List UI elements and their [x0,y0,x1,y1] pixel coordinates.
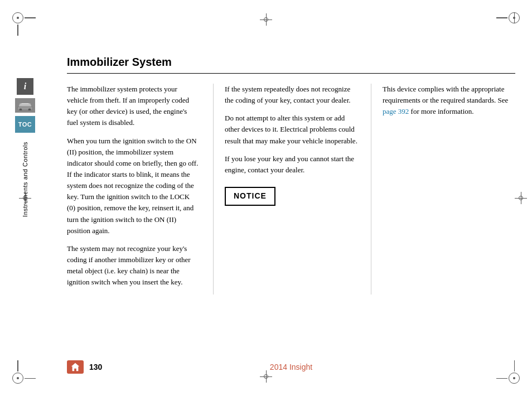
col1-para2: When you turn the ignition switch to the… [67,136,200,236]
footer-title: 2014 Insight [270,363,312,371]
page-title-section: Immobilizer System [67,56,515,74]
page-392-link[interactable]: page 392 [383,107,409,115]
col2-para2: Do not attempt to alter this system or a… [225,113,357,146]
page-title: Immobilizer System [67,56,515,69]
column-1: The immobilizer system protects your veh… [67,84,213,294]
col3-para1: This device complies with the appropriat… [383,84,515,117]
col1-para1: The immobilizer system protects your veh… [67,84,200,129]
car-icon [15,98,35,113]
main-content: Immobilizer System The immobilizer syste… [50,0,532,396]
column-2: If the system repeatedly does not recogn… [214,84,371,294]
section-label: Instruments and Controls [22,142,28,217]
toc-button[interactable]: TOC [15,116,35,133]
page-number: 130 [89,363,102,371]
home-icon[interactable] [67,360,84,374]
column-3: This device complies with the appropriat… [371,84,515,294]
info-icon: i [17,78,33,95]
footer: 130 2014 Insight [50,360,532,374]
notice-box: NOTICE [225,187,275,206]
col2-para3: If you lose your key and you cannot star… [225,153,357,176]
col1-para3: The system may not recognize your key's … [67,243,200,288]
left-sidebar: i TOC Instruments and Controls [0,0,50,396]
col2-para1: If the system repeatedly does not recogn… [225,84,357,106]
content-columns: The immobilizer system protects your veh… [67,84,515,294]
